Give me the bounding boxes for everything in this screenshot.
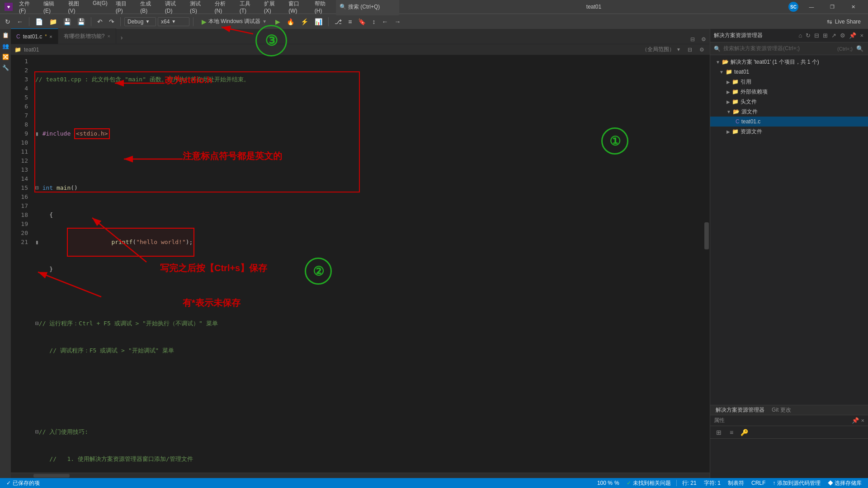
status-issues[interactable]: ✓ 未找到相关问题 <box>625 479 673 487</box>
solution-search-btn[interactable]: 🔍 <box>855 44 864 53</box>
tree-references[interactable]: ▶ 📁 引用 <box>710 77 868 87</box>
toolbar-btn-perf[interactable]: ⚡ <box>298 17 311 27</box>
tab-close[interactable]: × <box>49 34 52 39</box>
tree-project[interactable]: ▼ 📁 teat01 <box>710 67 868 77</box>
status-zoom[interactable]: 100 % % <box>595 480 621 486</box>
tree-resources[interactable]: ▶ 📁 资源文件 <box>710 127 868 136</box>
toolbar-btn-save[interactable]: 💾 <box>61 17 73 27</box>
tab-scroll-right[interactable]: › <box>116 31 127 44</box>
status-char[interactable]: 字符: 1 <box>702 479 722 487</box>
se-refresh-icon[interactable]: ↻ <box>805 31 811 40</box>
minimize-button[interactable]: — <box>801 0 822 14</box>
right-sidebar: 解决方案资源管理器 ⌂ ↻ ⊟ ⊞ ↗ ⚙ 📌 × 🔍 搜索解决方案资源管理器(… <box>710 29 868 478</box>
tab-close-2[interactable]: × <box>107 33 110 39</box>
activity-git[interactable]: 🔀 <box>1 52 10 61</box>
status-select-repo[interactable]: ◆ 选择存储库 <box>826 479 863 487</box>
activity-team[interactable]: 👥 <box>1 42 10 51</box>
toolbar-btn-new[interactable]: 📄 <box>33 17 45 27</box>
tree-teat01c[interactable]: C teat01.c <box>710 117 868 127</box>
tab-split[interactable]: ⊟ <box>688 35 697 44</box>
status-encoding[interactable]: CRLF <box>750 480 767 486</box>
toolbar-btn-bookmark[interactable]: 🔖 <box>356 17 368 27</box>
tab-settings[interactable]: ⚙ <box>699 35 708 44</box>
menu-window[interactable]: 窗口(W) <box>285 0 310 15</box>
toolbar-separator-4 <box>193 17 193 26</box>
menu-edit[interactable]: 编辑(E) <box>40 0 64 15</box>
tree-arrow-headers: ▶ <box>726 99 730 104</box>
toolbar-btn-nav3[interactable]: → <box>392 17 403 27</box>
prop-btn-3[interactable]: 🔑 <box>739 427 749 437</box>
toolbar-btn-format[interactable]: ≡ <box>346 17 354 27</box>
menu-git[interactable]: Git(G) <box>89 0 111 15</box>
toolbar-btn-hot-reload[interactable]: 🔥 <box>284 17 297 27</box>
status-add-source[interactable]: ↑ 添加到源代码管理 <box>771 479 822 487</box>
se-tab-solution[interactable]: 解决方案资源管理器 <box>714 406 766 414</box>
nav-collapse[interactable]: ⚙ <box>697 45 706 54</box>
code-editor[interactable]: 1 2 3 4 5 6 7 8 9 10 11 12 13 14 15 16 1… <box>11 55 710 473</box>
toolbar-btn-open[interactable]: 📁 <box>47 17 59 27</box>
se-tab-git[interactable]: Git 更改 <box>770 406 793 414</box>
toolbar-btn-undo[interactable]: ↶ <box>95 17 105 27</box>
menu-extensions[interactable]: 扩展(X) <box>260 0 284 15</box>
tab-teat01[interactable]: C teat01.c * × <box>11 28 58 44</box>
tree-extern-deps[interactable]: ▶ 📁 外部依赖项 <box>710 87 868 97</box>
prop-btn-1[interactable]: ⊞ <box>714 427 724 437</box>
menu-tools[interactable]: 工具(T) <box>236 0 259 15</box>
se-settings-icon[interactable]: ⚙ <box>839 31 846 40</box>
tree-solution[interactable]: ▼ 📂 解决方案 'teat01' (1 个项目，共 1 个) <box>710 57 868 67</box>
toolbar-btn-git[interactable]: ⎇ <box>332 17 344 27</box>
toolbar-btn-redo[interactable]: ↷ <box>107 17 117 27</box>
prop-close-icon[interactable]: × <box>861 417 864 424</box>
prop-pin-icon[interactable]: 📌 <box>852 417 859 424</box>
toolbar-separator-3 <box>120 17 121 26</box>
se-preview-icon[interactable]: ↗ <box>830 31 837 40</box>
debug-config-dropdown[interactable]: Debug ▼ <box>124 17 156 26</box>
user-avatar[interactable]: SC <box>788 2 798 12</box>
nav-settings[interactable]: ⊟ <box>685 45 694 54</box>
activity-extensions[interactable]: 🔧 <box>1 63 10 72</box>
project-icon: 📁 <box>726 69 732 75</box>
restore-button[interactable]: ❐ <box>822 0 843 14</box>
title-bar: ♥ 文件(F) 编辑(E) 视图(V) Git(G) 项目(P) 生成(B) 调… <box>0 0 868 14</box>
toolbar-btn-nav2[interactable]: ← <box>379 17 390 27</box>
menu-project[interactable]: 项目(P) <box>112 0 136 15</box>
scope-dropdown-icon: ▼ <box>676 47 681 52</box>
solution-search-icon: 🔍 <box>714 46 721 52</box>
activity-explorer[interactable]: 📋 <box>1 31 10 40</box>
se-filter-icon[interactable]: ⊞ <box>822 31 829 40</box>
se-pin-icon[interactable]: 📌 <box>848 31 857 40</box>
menu-search[interactable]: 🔍 搜索 (Ctrl+Q) <box>336 0 399 15</box>
scope-selector[interactable]: （全局范围） ▼ <box>642 46 681 53</box>
status-spaces[interactable]: 制表符 <box>726 479 746 487</box>
menu-help[interactable]: 帮助(H) <box>311 0 335 15</box>
toolbar-btn-save-all[interactable]: 💾 <box>75 17 87 27</box>
menu-file[interactable]: 文件(F) <box>15 0 39 15</box>
status-position[interactable]: 行: 21 <box>680 479 698 487</box>
horizontal-scrollbar[interactable] <box>11 473 710 478</box>
toolbar-btn-refresh[interactable]: ↻ <box>3 17 13 27</box>
code-content[interactable]: // teat01.cpp : 此文件包含 "main" 函数。程序执行将在此处… <box>32 55 703 473</box>
code-line-14: ⊟ // 入门使用技巧: <box>35 427 700 436</box>
menu-analyze[interactable]: 分析(N) <box>211 0 235 15</box>
toolbar-btn-back[interactable]: ← <box>14 17 25 27</box>
tab-whats-new[interactable]: 有哪些新增功能? × <box>58 28 116 44</box>
status-saved[interactable]: ✓ 已保存的项 <box>5 479 42 487</box>
toolbar-btn-debug-play[interactable]: ▶ <box>273 17 283 27</box>
live-share-button[interactable]: ⇆ Live Share <box>822 16 865 27</box>
se-home-icon[interactable]: ⌂ <box>798 31 803 40</box>
prop-btn-2[interactable]: ≡ <box>726 427 736 437</box>
toolbar-btn-diag[interactable]: 📊 <box>312 17 325 27</box>
editor-scrollbar[interactable] <box>703 55 710 473</box>
tree-source-files[interactable]: ▼ 📂 源文件 <box>710 107 868 117</box>
se-collapse-icon[interactable]: ⊟ <box>813 31 820 40</box>
menu-debug[interactable]: 调试(D) <box>161 0 185 15</box>
menu-test[interactable]: 测试(S) <box>186 0 210 15</box>
menu-build[interactable]: 生成(B) <box>137 0 160 15</box>
run-button[interactable]: ▶ 本地 Windows 调试器 ▼ <box>197 16 271 27</box>
close-button[interactable]: ✕ <box>843 0 863 14</box>
toolbar-btn-nav1[interactable]: ↕ <box>370 17 377 27</box>
platform-dropdown[interactable]: x64 ▼ <box>158 17 189 26</box>
tree-headers[interactable]: ▶ 📁 头文件 <box>710 97 868 107</box>
se-close-icon[interactable]: × <box>859 31 864 40</box>
menu-view[interactable]: 视图(V) <box>65 0 89 15</box>
